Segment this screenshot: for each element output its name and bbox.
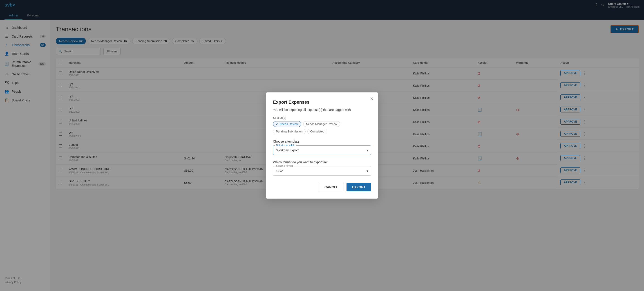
export-modal: ✕ Export Expenses You will be exporting … bbox=[266, 92, 378, 198]
modal-subtitle: You will be exporting all expense(s) tha… bbox=[273, 108, 371, 112]
template-select[interactable]: Workday Export Standard Export Custom Te… bbox=[273, 146, 371, 155]
section-tag-needs-review[interactable]: ✓ Needs Review bbox=[273, 121, 301, 127]
template-select-label: Select a template bbox=[275, 144, 296, 146]
modal-overlay[interactable]: ✕ Export Expenses You will be exporting … bbox=[0, 0, 644, 291]
modal-close-button[interactable]: ✕ bbox=[370, 96, 374, 102]
section-tags: ✓ Needs Review Needs Manager Review Pend… bbox=[273, 121, 371, 134]
section-tag-label: Pending Submission bbox=[276, 130, 303, 133]
template-select-wrapper: Select a template Workday Export Standar… bbox=[273, 146, 371, 155]
section-tag-completed[interactable]: Completed bbox=[308, 129, 328, 134]
format-select-label: Select a format bbox=[275, 164, 294, 167]
check-icon: ✓ bbox=[276, 122, 278, 126]
format-select[interactable]: CSV Excel PDF bbox=[273, 166, 371, 176]
format-question-label: Which format do you want to export in? bbox=[273, 160, 371, 164]
section-tag-needs-manager-review[interactable]: Needs Manager Review bbox=[303, 121, 340, 127]
choose-template-label: Choose a template bbox=[273, 140, 371, 143]
section-tag-label: Needs Review bbox=[280, 122, 298, 126]
format-select-wrapper: Select a format CSV Excel PDF ▾ bbox=[273, 166, 371, 176]
cancel-button[interactable]: CANCEL bbox=[319, 183, 344, 192]
sections-label: Section(s) bbox=[273, 116, 371, 120]
section-tag-pending-submission[interactable]: Pending Submission bbox=[273, 129, 306, 134]
section-tag-label: Completed bbox=[310, 130, 324, 133]
section-tag-label: Needs Manager Review bbox=[306, 122, 337, 126]
modal-title: Export Expenses bbox=[273, 100, 371, 105]
modal-actions: CANCEL EXPORT bbox=[273, 183, 371, 192]
modal-export-button[interactable]: EXPORT bbox=[346, 183, 371, 192]
